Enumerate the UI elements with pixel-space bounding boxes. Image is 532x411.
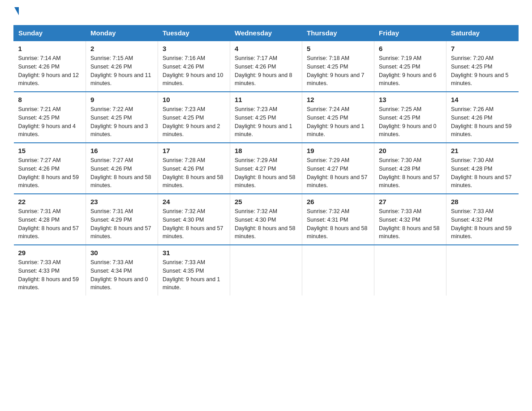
day-number: 4 — [235, 45, 297, 52]
day-number: 31 — [163, 249, 225, 257]
calendar-cell — [230, 245, 302, 295]
calendar-cell: 23 Sunrise: 7:31 AM Sunset: 4:29 PM Dayl… — [86, 194, 158, 245]
calendar-cell: 3 Sunrise: 7:16 AM Sunset: 4:26 PM Dayli… — [158, 41, 230, 92]
calendar-cell: 31 Sunrise: 7:33 AM Sunset: 4:35 PM Dayl… — [158, 245, 230, 295]
day-info: Sunrise: 7:28 AM Sunset: 4:26 PM Dayligh… — [163, 156, 225, 190]
page-header — [13, 9, 519, 17]
header-wednesday: Wednesday — [230, 26, 302, 41]
day-info: Sunrise: 7:23 AM Sunset: 4:25 PM Dayligh… — [163, 105, 225, 139]
calendar-cell: 1 Sunrise: 7:14 AM Sunset: 4:26 PM Dayli… — [14, 41, 86, 92]
calendar-cell: 22 Sunrise: 7:31 AM Sunset: 4:28 PM Dayl… — [14, 194, 86, 245]
day-number: 12 — [307, 96, 369, 103]
day-number: 5 — [307, 45, 369, 52]
day-info: Sunrise: 7:27 AM Sunset: 4:26 PM Dayligh… — [18, 156, 82, 190]
day-info: Sunrise: 7:14 AM Sunset: 4:26 PM Dayligh… — [18, 54, 82, 88]
day-info: Sunrise: 7:25 AM Sunset: 4:25 PM Dayligh… — [379, 105, 442, 139]
calendar-cell: 21 Sunrise: 7:30 AM Sunset: 4:28 PM Dayl… — [446, 143, 519, 194]
calendar-cell: 25 Sunrise: 7:32 AM Sunset: 4:30 PM Dayl… — [230, 194, 302, 245]
day-number: 17 — [163, 147, 225, 154]
day-info: Sunrise: 7:23 AM Sunset: 4:25 PM Dayligh… — [235, 105, 297, 139]
calendar-cell: 30 Sunrise: 7:33 AM Sunset: 4:34 PM Dayl… — [86, 245, 158, 295]
header-friday: Friday — [374, 26, 446, 41]
day-info: Sunrise: 7:21 AM Sunset: 4:25 PM Dayligh… — [18, 105, 82, 139]
day-number: 21 — [451, 147, 514, 154]
calendar-cell: 12 Sunrise: 7:24 AM Sunset: 4:25 PM Dayl… — [302, 92, 374, 143]
day-info: Sunrise: 7:33 AM Sunset: 4:32 PM Dayligh… — [379, 207, 442, 241]
calendar-cell: 20 Sunrise: 7:30 AM Sunset: 4:28 PM Dayl… — [374, 143, 446, 194]
calendar-cell: 7 Sunrise: 7:20 AM Sunset: 4:25 PM Dayli… — [446, 41, 519, 92]
day-number: 27 — [379, 198, 442, 206]
day-number: 25 — [235, 198, 297, 206]
calendar-cell: 14 Sunrise: 7:26 AM Sunset: 4:26 PM Dayl… — [446, 92, 519, 143]
calendar-week-row: 22 Sunrise: 7:31 AM Sunset: 4:28 PM Dayl… — [14, 194, 519, 245]
day-info: Sunrise: 7:29 AM Sunset: 4:27 PM Dayligh… — [307, 156, 369, 190]
day-number: 30 — [90, 249, 153, 257]
day-info: Sunrise: 7:27 AM Sunset: 4:26 PM Dayligh… — [90, 156, 153, 190]
day-info: Sunrise: 7:33 AM Sunset: 4:34 PM Dayligh… — [90, 258, 153, 292]
calendar-cell: 10 Sunrise: 7:23 AM Sunset: 4:25 PM Dayl… — [158, 92, 230, 143]
day-number: 22 — [18, 198, 82, 206]
calendar-cell: 9 Sunrise: 7:22 AM Sunset: 4:25 PM Dayli… — [86, 92, 158, 143]
header-monday: Monday — [86, 26, 158, 41]
calendar-cell: 5 Sunrise: 7:18 AM Sunset: 4:25 PM Dayli… — [302, 41, 374, 92]
calendar-cell: 2 Sunrise: 7:15 AM Sunset: 4:26 PM Dayli… — [86, 41, 158, 92]
day-info: Sunrise: 7:18 AM Sunset: 4:25 PM Dayligh… — [307, 54, 369, 88]
logo-triangle-icon — [14, 7, 19, 15]
day-number: 29 — [18, 249, 82, 257]
calendar-cell: 8 Sunrise: 7:21 AM Sunset: 4:25 PM Dayli… — [14, 92, 86, 143]
calendar-table: SundayMondayTuesdayWednesdayThursdayFrid… — [13, 25, 519, 295]
day-info: Sunrise: 7:15 AM Sunset: 4:26 PM Dayligh… — [90, 54, 153, 88]
day-number: 14 — [451, 96, 514, 103]
day-info: Sunrise: 7:33 AM Sunset: 4:33 PM Dayligh… — [18, 258, 82, 292]
day-number: 20 — [379, 147, 442, 154]
calendar-cell: 16 Sunrise: 7:27 AM Sunset: 4:26 PM Dayl… — [86, 143, 158, 194]
logo — [13, 9, 19, 17]
day-info: Sunrise: 7:20 AM Sunset: 4:25 PM Dayligh… — [451, 54, 514, 88]
calendar-cell: 13 Sunrise: 7:25 AM Sunset: 4:25 PM Dayl… — [374, 92, 446, 143]
day-info: Sunrise: 7:32 AM Sunset: 4:30 PM Dayligh… — [163, 207, 225, 241]
calendar-header-row: SundayMondayTuesdayWednesdayThursdayFrid… — [14, 26, 519, 41]
calendar-cell: 19 Sunrise: 7:29 AM Sunset: 4:27 PM Dayl… — [302, 143, 374, 194]
day-number: 28 — [451, 198, 514, 206]
day-number: 16 — [90, 147, 153, 154]
day-number: 23 — [90, 198, 153, 206]
header-sunday: Sunday — [14, 26, 86, 41]
day-number: 8 — [18, 96, 82, 103]
calendar-cell: 27 Sunrise: 7:33 AM Sunset: 4:32 PM Dayl… — [374, 194, 446, 245]
day-info: Sunrise: 7:32 AM Sunset: 4:31 PM Dayligh… — [307, 207, 369, 241]
day-info: Sunrise: 7:26 AM Sunset: 4:26 PM Dayligh… — [451, 105, 514, 139]
calendar-cell: 29 Sunrise: 7:33 AM Sunset: 4:33 PM Dayl… — [14, 245, 86, 295]
header-tuesday: Tuesday — [158, 26, 230, 41]
calendar-cell: 6 Sunrise: 7:19 AM Sunset: 4:25 PM Dayli… — [374, 41, 446, 92]
calendar-cell: 4 Sunrise: 7:17 AM Sunset: 4:26 PM Dayli… — [230, 41, 302, 92]
day-number: 7 — [451, 45, 514, 52]
day-number: 10 — [163, 96, 225, 103]
day-number: 15 — [18, 147, 82, 154]
calendar-cell: 26 Sunrise: 7:32 AM Sunset: 4:31 PM Dayl… — [302, 194, 374, 245]
day-number: 19 — [307, 147, 369, 154]
calendar-week-row: 8 Sunrise: 7:21 AM Sunset: 4:25 PM Dayli… — [14, 92, 519, 143]
day-info: Sunrise: 7:31 AM Sunset: 4:28 PM Dayligh… — [18, 207, 82, 241]
calendar-cell — [446, 245, 519, 295]
day-info: Sunrise: 7:19 AM Sunset: 4:25 PM Dayligh… — [379, 54, 442, 88]
day-number: 1 — [18, 45, 82, 52]
day-number: 18 — [235, 147, 297, 154]
day-number: 26 — [307, 198, 369, 206]
header-thursday: Thursday — [302, 26, 374, 41]
calendar-cell: 11 Sunrise: 7:23 AM Sunset: 4:25 PM Dayl… — [230, 92, 302, 143]
day-info: Sunrise: 7:30 AM Sunset: 4:28 PM Dayligh… — [451, 156, 514, 190]
calendar-cell: 24 Sunrise: 7:32 AM Sunset: 4:30 PM Dayl… — [158, 194, 230, 245]
day-info: Sunrise: 7:22 AM Sunset: 4:25 PM Dayligh… — [90, 105, 153, 139]
day-info: Sunrise: 7:33 AM Sunset: 4:35 PM Dayligh… — [163, 258, 225, 292]
calendar-cell: 17 Sunrise: 7:28 AM Sunset: 4:26 PM Dayl… — [158, 143, 230, 194]
day-info: Sunrise: 7:24 AM Sunset: 4:25 PM Dayligh… — [307, 105, 369, 139]
calendar-cell: 18 Sunrise: 7:29 AM Sunset: 4:27 PM Dayl… — [230, 143, 302, 194]
day-number: 2 — [90, 45, 153, 52]
day-info: Sunrise: 7:31 AM Sunset: 4:29 PM Dayligh… — [90, 207, 153, 241]
day-info: Sunrise: 7:17 AM Sunset: 4:26 PM Dayligh… — [235, 54, 297, 88]
day-info: Sunrise: 7:29 AM Sunset: 4:27 PM Dayligh… — [235, 156, 297, 190]
day-number: 3 — [163, 45, 225, 52]
calendar-week-row: 1 Sunrise: 7:14 AM Sunset: 4:26 PM Dayli… — [14, 41, 519, 92]
calendar-cell: 15 Sunrise: 7:27 AM Sunset: 4:26 PM Dayl… — [14, 143, 86, 194]
day-info: Sunrise: 7:33 AM Sunset: 4:32 PM Dayligh… — [451, 207, 514, 241]
